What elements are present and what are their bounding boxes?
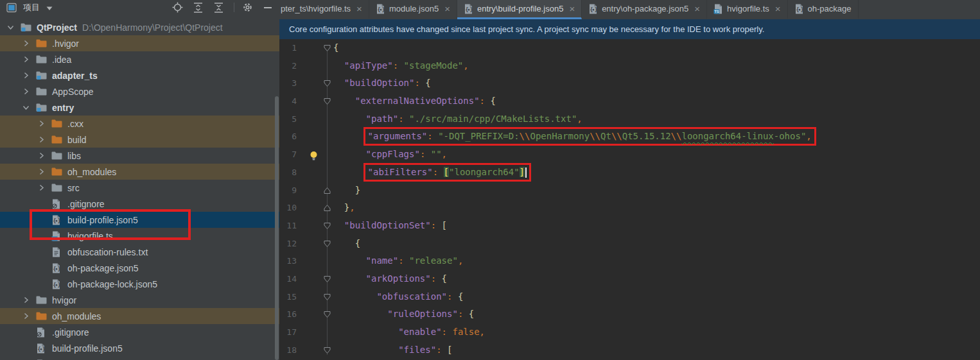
code-text[interactable]: "apiType": "stageMode", xyxy=(333,60,469,71)
close-tab-icon[interactable]: × xyxy=(569,4,575,13)
json5-file-icon: {} xyxy=(51,262,64,273)
locate-file-icon[interactable] xyxy=(171,1,184,14)
tree-item-.idea[interactable]: .idea xyxy=(0,51,279,67)
tree-item-build-profile.json5[interactable]: {}build-profile.json5 xyxy=(0,340,279,356)
code-text[interactable]: "enable": false, xyxy=(333,327,485,337)
code-text[interactable]: "obfuscation": { xyxy=(333,291,463,302)
tree-item-.cxx[interactable]: .cxx xyxy=(0,116,279,132)
fold-down-icon[interactable] xyxy=(322,74,331,92)
fold-down-icon[interactable] xyxy=(322,270,331,288)
tree-item-libs[interactable]: libs xyxy=(0,148,279,164)
folder-gray-icon xyxy=(51,150,64,161)
code-text[interactable]: }, xyxy=(333,202,355,212)
tree-item-src[interactable]: src xyxy=(0,180,279,196)
tree-item-build[interactable]: build xyxy=(0,132,279,148)
chevron-right-icon[interactable] xyxy=(21,88,36,95)
code-text[interactable]: { xyxy=(333,238,360,248)
code-text[interactable]: "path": "./src/main/cpp/CMakeLists.txt", xyxy=(333,114,582,124)
code-text[interactable]: } xyxy=(333,185,360,195)
toolbar-divider xyxy=(234,3,234,12)
tree-item-obfuscation-rules.txt[interactable]: obfuscation-rules.txt xyxy=(0,244,279,260)
fold-down-icon[interactable] xyxy=(322,235,331,253)
tree-item-build-profile.json5[interactable]: {}build-profile.json5 xyxy=(0,212,279,228)
tree-item-.gitignore[interactable]: .gitignore xyxy=(0,196,279,212)
fold-up-icon[interactable] xyxy=(322,199,331,217)
tree-item-oh_modules[interactable]: oh_modules xyxy=(0,308,279,324)
tree-item-.gitignore[interactable]: .gitignore xyxy=(0,324,279,340)
fold-down-icon[interactable] xyxy=(322,305,331,323)
code-text[interactable]: "arkOptions": { xyxy=(333,273,447,284)
line-number: 17 xyxy=(279,323,297,341)
tree-item-adapter_ts[interactable]: adapter_ts xyxy=(0,67,279,83)
tree-scrollbar-thumb[interactable] xyxy=(275,96,279,360)
editor-tab[interactable]: TShvigorfile.ts× xyxy=(707,0,788,19)
code-text[interactable]: "ruleOptions": { xyxy=(333,309,474,319)
close-tab-icon[interactable]: × xyxy=(775,4,781,13)
chevron-right-icon[interactable] xyxy=(21,72,36,79)
tree-root-row[interactable]: QtProject D:\OpenHarmony\Project\QtProje… xyxy=(0,19,279,35)
json5-file-icon: {} xyxy=(464,4,473,14)
settings-icon[interactable] xyxy=(241,1,254,14)
editor-area: pter_ts\hvigorfile.ts×{}module.json5×{}e… xyxy=(279,0,980,360)
code-text[interactable]: "files": [ xyxy=(333,345,452,355)
fold-down-icon[interactable] xyxy=(322,217,331,235)
chevron-down-icon[interactable] xyxy=(21,104,36,111)
tree-item-oh_modules[interactable]: oh_modules xyxy=(0,164,279,180)
chevron-right-icon[interactable] xyxy=(36,120,51,127)
collapse-all-icon[interactable] xyxy=(212,1,225,14)
line-number: 18 xyxy=(279,341,297,359)
tree-item-AppScope[interactable]: AppScope xyxy=(0,83,279,99)
line-number: 11 xyxy=(279,217,297,235)
chevron-right-icon[interactable] xyxy=(21,296,36,304)
tree-item-hvigorfile.ts[interactable]: TShvigorfile.ts xyxy=(0,228,279,244)
editor-tab[interactable]: {}oh-package xyxy=(788,0,859,19)
editor-tab[interactable]: {}entry\oh-package.json5× xyxy=(582,0,707,19)
fold-down-icon[interactable] xyxy=(322,39,331,57)
code-line: 12 { xyxy=(279,235,980,253)
code-text[interactable]: "externalNativeOptions": { xyxy=(333,96,496,106)
svg-text:}: } xyxy=(58,218,61,224)
chevron-down-icon xyxy=(46,2,53,13)
code-text[interactable]: "cppFlags": "", xyxy=(333,149,447,159)
code-text[interactable]: "buildOptionSet": [ xyxy=(333,220,447,230)
editor-tab[interactable]: {}module.json5× xyxy=(369,0,457,19)
line-number: 16 xyxy=(279,305,297,323)
hide-panel-icon[interactable] xyxy=(261,1,274,14)
text-caret xyxy=(525,167,527,178)
code-text[interactable]: "abiFilters": ["loongarch64"] xyxy=(333,167,531,177)
fold-up-icon[interactable] xyxy=(322,182,331,200)
fold-down-icon[interactable] xyxy=(322,288,331,306)
tree-item-.hvigor[interactable]: .hvigor xyxy=(0,35,279,51)
chevron-right-icon[interactable] xyxy=(36,152,51,159)
line-number: 4 xyxy=(279,92,297,110)
project-view-selector[interactable]: 项目 xyxy=(5,1,53,14)
json5-file-icon: {} xyxy=(51,279,64,289)
tree-item-hvigor[interactable]: hvigor xyxy=(0,292,279,308)
editor-tab[interactable]: {}entry\build-profile.json5× xyxy=(457,0,582,19)
close-tab-icon[interactable]: × xyxy=(694,4,700,13)
chevron-right-icon[interactable] xyxy=(21,313,36,320)
tree-item-partial[interactable]: TS xyxy=(0,356,279,360)
chevron-right-icon[interactable] xyxy=(21,56,36,63)
code-text[interactable]: "buildOption": { xyxy=(333,78,431,88)
code-text[interactable]: { xyxy=(333,42,338,53)
code-text[interactable]: "name": "release", xyxy=(333,255,463,266)
editor-tab[interactable]: pter_ts\hvigorfile.ts× xyxy=(279,0,369,19)
fold-down-icon[interactable] xyxy=(322,92,331,110)
fold-down-icon[interactable] xyxy=(322,341,331,359)
tree-item-entry[interactable]: entry xyxy=(0,99,279,116)
chevron-right-icon[interactable] xyxy=(36,136,51,143)
tree-item-oh-package.json5[interactable]: {}oh-package.json5 xyxy=(0,260,279,276)
expand-all-icon[interactable] xyxy=(191,1,204,14)
close-tab-icon[interactable]: × xyxy=(444,4,450,13)
chevron-right-icon[interactable] xyxy=(21,40,36,47)
chevron-down-icon[interactable] xyxy=(5,24,21,31)
code-editor[interactable]: 1{2 "apiType": "stageMode",3 "buildOptio… xyxy=(279,39,980,360)
folder-orange-icon xyxy=(36,311,49,321)
svg-text:}: } xyxy=(58,282,61,288)
close-tab-icon[interactable]: × xyxy=(356,4,362,13)
chevron-right-icon[interactable] xyxy=(36,168,51,175)
chevron-right-icon[interactable] xyxy=(36,184,51,191)
code-text[interactable]: "arguments": "-DQT_PREFIX=D:\\OpenHarmon… xyxy=(333,131,816,141)
tree-item-oh-package-lock.json5[interactable]: {}oh-package-lock.json5 xyxy=(0,276,279,292)
